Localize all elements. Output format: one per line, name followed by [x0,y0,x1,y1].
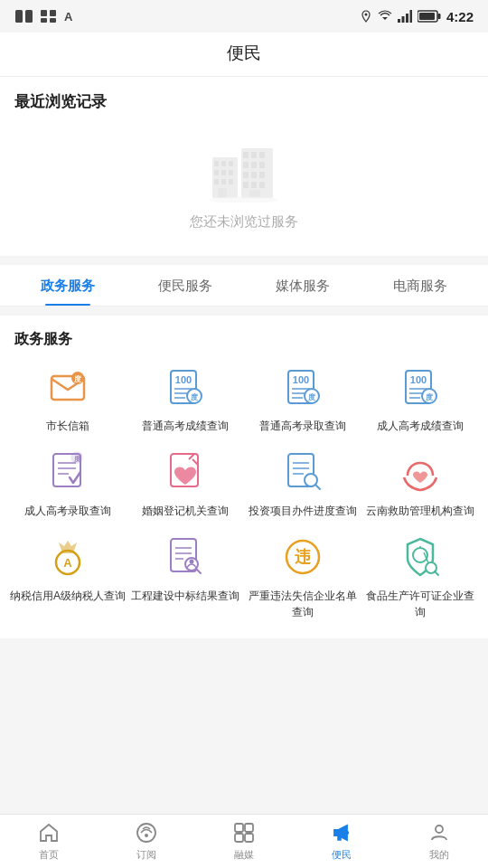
service-item-invest-progress[interactable]: 投资项目办件进度查询 [244,448,361,519]
mayor-mailbox-label: 市长信箱 [46,418,89,434]
status-right-icons: 4:22 [360,9,474,24]
header: 便民 [0,33,488,77]
svg-rect-12 [409,10,412,23]
svg-text:度: 度 [73,374,82,383]
svg-rect-5 [50,18,56,23]
svg-rect-101 [235,834,243,842]
svg-rect-1 [25,10,33,23]
construction-label: 工程建设中标结果查询 [131,588,239,604]
svg-rect-20 [214,170,219,175]
svg-rect-26 [218,188,227,198]
location-icon [360,10,372,23]
page-title: 便民 [227,43,261,62]
nav-home-label: 首页 [39,848,59,862]
svg-rect-24 [221,179,226,184]
illegal-enterprise-label: 严重违法失信企业名单查询 [244,588,361,620]
empty-text: 您还未浏览过服务 [190,213,298,231]
nav-subscribe-label: 订阅 [136,848,156,862]
service-section: 政务服务 度 市长信箱 10 [0,316,488,638]
svg-rect-99 [235,824,243,832]
svg-rect-14 [437,14,440,19]
food-license-label: 食品生产许可证企业查询 [361,588,479,620]
adult-gaokao-admit-icon: 度 [44,448,91,495]
signal-icon [398,10,412,23]
svg-rect-34 [243,172,249,178]
service-item-adult-gaokao-admit[interactable]: 度 成人高考录取查询 [9,448,127,519]
svg-point-97 [137,824,155,842]
svg-rect-0 [15,10,23,23]
service-item-gaokao-score[interactable]: 100 度 普通高考成绩查询 [127,363,244,434]
service-section-title: 政务服务 [9,330,479,349]
service-item-food-license[interactable]: 食品生产许可证企业查询 [361,533,479,620]
svg-rect-23 [214,179,219,184]
svg-point-98 [145,834,148,837]
tab-citizen[interactable]: 便民服务 [127,265,244,306]
svg-rect-29 [251,152,257,158]
yunnan-aid-icon [397,448,444,495]
construction-icon [162,533,209,580]
service-item-gaokao-admit[interactable]: 100 度 普通高考录取查询 [244,363,361,434]
tab-ecom[interactable]: 电商服务 [361,265,479,306]
gaokao-score-label: 普通高考成绩查询 [142,418,229,434]
empty-building-icon [203,139,285,203]
svg-rect-39 [259,182,265,188]
app-icon-2 [40,9,58,24]
marriage-reg-label: 婚姻登记机关查询 [142,503,229,519]
app-icon-3: A [63,9,80,24]
nav-mine[interactable]: 我的 [390,815,488,868]
svg-line-80 [315,485,320,489]
service-item-construction[interactable]: 工程建设中标结果查询 [127,533,244,620]
nav-citizen-label: 便民 [332,848,352,862]
home-icon [37,821,61,844]
food-license-icon [397,533,444,580]
svg-line-89 [196,569,201,573]
svg-rect-15 [419,13,435,20]
clock: 4:22 [446,9,474,24]
svg-rect-9 [398,19,400,23]
adult-gaokao-score-label: 成人高考成绩查询 [377,418,464,434]
tabs-container: 政务服务 便民服务 媒体服务 电商服务 [0,265,488,307]
tab-gov[interactable]: 政务服务 [9,265,127,306]
service-item-adult-gaokao-score[interactable]: 100 度 成人高考成绩查询 [361,363,479,434]
svg-marker-8 [382,17,388,20]
svg-rect-37 [243,182,249,188]
svg-rect-19 [229,161,233,166]
service-item-illegal-enterprise[interactable]: 违 严重违法失信企业名单查询 [244,533,361,620]
svg-rect-3 [50,10,56,16]
svg-text:100: 100 [293,374,309,385]
svg-rect-10 [401,16,404,23]
svg-rect-30 [259,152,265,158]
svg-text:度: 度 [190,392,199,401]
svg-rect-11 [406,14,408,23]
svg-text:度: 度 [73,455,81,462]
service-item-marriage-reg[interactable]: 婚姻登记机关查询 [127,448,244,519]
status-bar: A 4:22 [0,0,488,33]
bottom-nav: 首页 订阅 融媒 [0,814,488,868]
yunnan-aid-label: 云南救助管理机构查询 [366,503,474,519]
wifi-icon [378,10,392,23]
svg-text:度: 度 [307,392,316,401]
svg-text:100: 100 [175,374,192,385]
service-item-mayor-mailbox[interactable]: 度 市长信箱 [9,363,127,434]
svg-point-103 [436,826,443,833]
service-item-yunnan-aid[interactable]: 云南救助管理机构查询 [361,448,479,519]
battery-icon [418,10,441,23]
svg-text:A: A [63,556,72,570]
svg-rect-100 [245,824,253,832]
nav-media[interactable]: 融媒 [195,815,293,868]
adult-gaokao-admit-label: 成人高考录取查询 [24,503,111,519]
mine-icon [427,821,451,844]
recent-section-title: 最近浏览记录 [14,91,474,112]
nav-subscribe[interactable]: 订阅 [98,815,195,868]
invest-progress-label: 投资项目办件进度查询 [249,503,357,519]
nav-home[interactable]: 首页 [0,815,98,868]
svg-rect-4 [41,18,47,23]
svg-rect-21 [221,170,226,175]
svg-line-96 [435,571,438,575]
nav-citizen[interactable]: 便民 [293,815,390,868]
tab-media[interactable]: 媒体服务 [244,265,361,306]
tax-credit-label: 纳税信用A级纳税人查询 [10,588,126,604]
service-item-tax-credit[interactable]: A 纳税信用A级纳税人查询 [9,533,127,620]
invest-progress-icon [279,448,326,495]
svg-rect-33 [259,162,265,168]
